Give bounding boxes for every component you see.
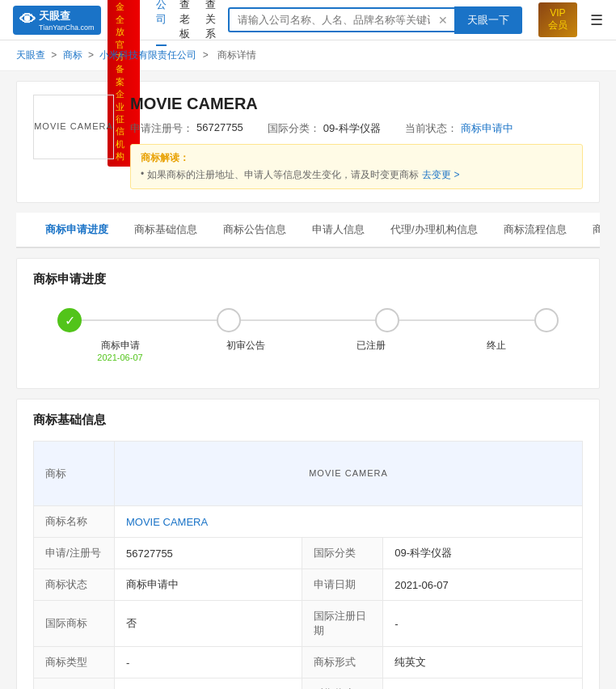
progress-track: ✓	[33, 300, 583, 332]
breadcrumb-home[interactable]: 天眼查	[16, 49, 45, 61]
label-cell-priority: 优先权日期 ?	[34, 678, 115, 690]
breadcrumb-sep1: >	[51, 49, 59, 61]
search-input[interactable]	[228, 7, 454, 32]
value-cell-intltm: 否	[115, 601, 302, 647]
step-1-date: 2021-06-07	[57, 353, 183, 362]
trademark-notice: 商标解读： • 如果商标的注册地址、申请人等信息发生变化，请及时变更商标 去变更…	[130, 144, 583, 189]
notice-bullet: •	[141, 168, 144, 180]
step-3-circle	[375, 308, 399, 332]
trademark-logo-text: MOVIE CAMERA	[34, 120, 113, 134]
tabs-bar: 商标申请进度 商标基础信息 商标公告信息 申请人信息 代理/办理机构信息 商标流…	[16, 213, 600, 248]
logo-eye-icon: 👁	[19, 11, 36, 29]
trademark-header-card: MOVIE CAMERA MOVIE CAMERA 申请注册号： 5672775…	[16, 81, 600, 203]
nav-item-company[interactable]: 公司	[156, 0, 167, 46]
search-clear-icon[interactable]: ✕	[438, 14, 448, 27]
value-cell-latedesig: -	[383, 678, 583, 690]
value-cell-tmform: 纯英文	[383, 647, 583, 678]
tab-flow[interactable]: 商标流程信息	[491, 213, 580, 248]
table-row: 申请/注册号 56727755 国际分类 09-科学仪器	[34, 538, 583, 569]
step-2-circle	[217, 308, 241, 332]
label-cell-tmform: 商标形式	[302, 647, 383, 678]
progress-line-2	[241, 319, 376, 321]
logo-sub: TianYanCha.com	[39, 23, 95, 32]
logo-name: 天眼查	[39, 9, 95, 23]
basic-info-title: 商标基础信息	[33, 412, 583, 428]
header-nav: 公司 查老板 查关系	[156, 0, 217, 46]
reg-no-value: 56727755	[196, 121, 243, 136]
intl-class-value: 09-科学仪器	[323, 121, 381, 136]
label-cell-intlclass: 国际分类	[302, 538, 383, 569]
step-1-circle: ✓	[57, 308, 82, 332]
step-3-label: 已注册	[308, 339, 433, 362]
step-1: ✓	[57, 308, 82, 332]
breadcrumb-current: 商标详情	[217, 49, 256, 61]
nav-item-boss[interactable]: 查老板	[179, 0, 192, 46]
progress-line-3	[399, 319, 534, 321]
label-cell-tmstatus: 商标状态	[34, 569, 115, 601]
status-item: 当前状态： 商标申请中	[405, 121, 513, 136]
label-cell-name: 商标名称	[34, 506, 115, 538]
progress-labels-row: 商标申请 2021-06-07 初审公告 已注册 终止	[33, 332, 583, 375]
breadcrumb-sep2: >	[88, 49, 96, 61]
step-1-label: 商标申请 2021-06-07	[57, 339, 183, 362]
step-3	[375, 308, 399, 332]
basic-info-section: 商标基础信息 商标 MOVIE CAMERA 商标名称 MOVIE CAMERA	[16, 399, 600, 689]
status-badge: 商标申请中	[461, 121, 513, 136]
header: 👁 天眼查 TianYanCha.com 国家中小企业发展子基金全放 官方备案企…	[0, 0, 616, 40]
nav-item-relation[interactable]: 查关系	[205, 0, 218, 46]
label-cell-intlregdate: 国际注册日期	[302, 601, 383, 647]
notice-link[interactable]: 去变更 >	[422, 168, 459, 182]
progress-title: 商标申请进度	[33, 272, 583, 287]
step-4	[534, 308, 559, 332]
value-cell-regno: 56727755	[115, 538, 302, 569]
label-cell-intltm: 国际商标	[34, 601, 115, 647]
search-input-wrap: ✕	[228, 7, 454, 32]
reg-no-item: 申请注册号： 56727755	[130, 121, 243, 136]
value-cell-intlregdate: -	[383, 601, 583, 647]
breadcrumb-trademark[interactable]: 商标	[63, 49, 82, 61]
intl-class-item: 国际分类： 09-科学仪器	[268, 121, 381, 136]
tab-goods[interactable]: 商品/服务项目	[580, 213, 600, 248]
status-label: 当前状态：	[405, 121, 458, 136]
promo-line1: 国家中小企业发展子基金全放	[116, 0, 133, 39]
tab-basic[interactable]: 商标基础信息	[121, 213, 210, 248]
tab-announcement[interactable]: 商标公告信息	[210, 213, 299, 248]
progress-line-1	[82, 319, 217, 321]
reg-no-label: 申请注册号：	[130, 121, 193, 136]
intl-class-label: 国际分类：	[268, 121, 320, 136]
vip-button[interactable]: VIP会员	[538, 2, 577, 37]
tab-agent[interactable]: 代理/办理机构信息	[378, 213, 491, 248]
step-4-label: 终止	[433, 339, 559, 362]
table-row: 商标 MOVIE CAMERA	[34, 442, 583, 506]
menu-icon[interactable]: ☰	[590, 11, 603, 29]
table-row: 优先权日期 ? - 后期指定日期 ? -	[34, 678, 583, 690]
trademark-logo: MOVIE CAMERA	[33, 95, 114, 159]
tab-progress[interactable]: 商标申请进度	[32, 213, 121, 248]
table-row: 商标类型 - 商标形式 纯英文	[34, 647, 583, 678]
table-row: 国际商标 否 国际注册日期 -	[34, 601, 583, 647]
label-cell-regno: 申请/注册号	[34, 538, 115, 569]
label-cell-latedesig: 后期指定日期 ?	[302, 678, 383, 690]
step-2-label: 初审公告	[183, 339, 308, 362]
notice-text: 如果商标的注册地址、申请人等信息发生变化，请及时变更商标	[147, 168, 419, 182]
notice-title: 商标解读：	[141, 151, 572, 165]
table-row: 商标名称 MOVIE CAMERA	[34, 506, 583, 538]
tab-applicant[interactable]: 申请人信息	[299, 213, 378, 248]
label-cell-applydate: 申请日期	[302, 569, 383, 601]
label-cell-tm: 商标	[34, 442, 115, 506]
value-cell-name: MOVIE CAMERA	[115, 506, 583, 538]
trademark-info: MOVIE CAMERA 申请注册号： 56727755 国际分类： 09-科学…	[130, 95, 583, 189]
info-table: 商标 MOVIE CAMERA 商标名称 MOVIE CAMERA 申请/注册号…	[33, 441, 583, 689]
notice-item: • 如果商标的注册地址、申请人等信息发生变化，请及时变更商标 去变更 >	[141, 168, 572, 182]
value-cell-tmtype: -	[115, 647, 302, 678]
trademark-image-text: MOVIE CAMERA	[309, 468, 388, 478]
search-area: ✕ 天眼一下	[228, 6, 522, 34]
table-row: 商标状态 商标申请中 申请日期 2021-06-07	[34, 569, 583, 601]
logo[interactable]: 👁 天眼查 TianYanCha.com	[13, 6, 101, 35]
step-4-circle	[534, 308, 559, 332]
trademark-image-cell: MOVIE CAMERA	[115, 442, 583, 506]
search-button[interactable]: 天眼一下	[454, 6, 522, 34]
breadcrumb-company[interactable]: 小米科技有限责任公司	[99, 49, 196, 61]
value-cell-tmstatus: 商标申请中	[115, 569, 302, 601]
value-cell-intlclass: 09-科学仪器	[383, 538, 583, 569]
